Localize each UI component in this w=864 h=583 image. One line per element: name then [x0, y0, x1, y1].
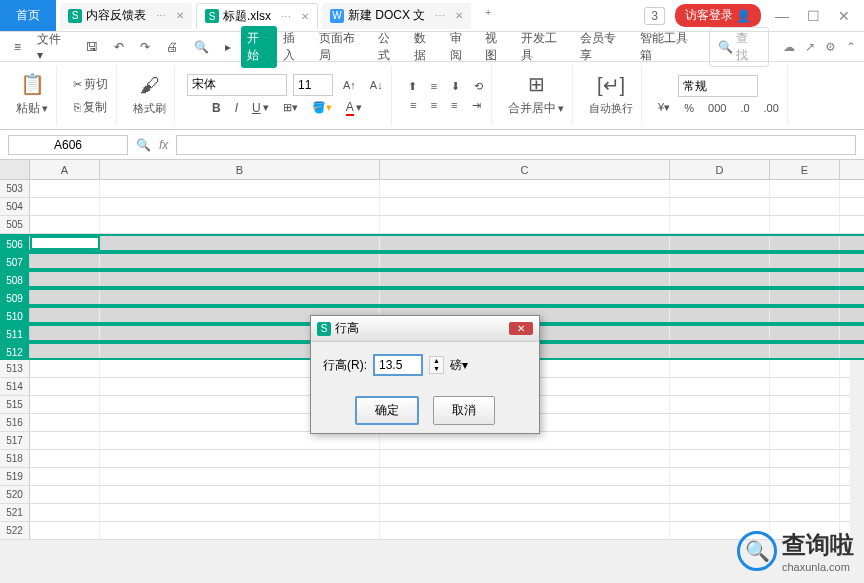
redo-icon[interactable]: ↷ — [134, 37, 156, 57]
cell[interactable] — [380, 180, 670, 197]
ribbon-toggle-icon[interactable]: ▸ — [219, 37, 237, 57]
cell[interactable] — [380, 486, 670, 503]
tab-options-icon[interactable]: ⋯ — [435, 10, 445, 21]
settings-icon[interactable]: ⚙ — [825, 40, 836, 54]
currency-icon[interactable]: ¥▾ — [654, 99, 674, 116]
paste-icon[interactable]: 📋 — [20, 72, 45, 96]
indent-icon[interactable]: ⇥ — [468, 97, 485, 114]
cell[interactable] — [30, 432, 100, 449]
underline-button[interactable]: U▾ — [248, 99, 273, 117]
cell[interactable] — [670, 290, 770, 304]
cell[interactable] — [670, 180, 770, 197]
cell[interactable] — [30, 254, 100, 268]
align-center-icon[interactable]: ≡ — [427, 97, 441, 113]
save-icon[interactable]: 🖫 — [80, 37, 104, 57]
ribbon-tab[interactable]: 审阅 — [444, 26, 480, 68]
cell[interactable] — [380, 468, 670, 485]
italic-button[interactable]: I — [231, 99, 242, 117]
ribbon-tab[interactable]: 插入 — [277, 26, 313, 68]
cell[interactable] — [380, 198, 670, 215]
decrease-font-icon[interactable]: A↓ — [366, 77, 387, 93]
cell[interactable] — [100, 272, 380, 286]
table-row[interactable]: 509 — [0, 288, 864, 306]
ribbon-tab[interactable]: 公式 — [372, 26, 408, 68]
border-button[interactable]: ⊞▾ — [279, 99, 302, 116]
preview-icon[interactable]: 🔍 — [188, 37, 215, 57]
row-header[interactable]: 511 — [0, 326, 30, 340]
row-header[interactable]: 518 — [0, 450, 30, 467]
cell[interactable] — [100, 450, 380, 467]
ribbon-tab[interactable]: 页面布局 — [313, 26, 372, 68]
cell[interactable] — [100, 254, 380, 268]
format-painter-icon[interactable]: 🖌 — [140, 74, 160, 97]
undo-icon[interactable]: ↶ — [108, 37, 130, 57]
row-header[interactable]: 508 — [0, 272, 30, 286]
increase-font-icon[interactable]: A↑ — [339, 77, 360, 93]
align-middle-icon[interactable]: ≡ — [427, 78, 441, 94]
cell[interactable] — [30, 236, 100, 250]
cell[interactable] — [670, 468, 770, 485]
cell[interactable] — [380, 216, 670, 233]
table-row[interactable]: 506 — [0, 234, 864, 252]
cell[interactable] — [670, 396, 770, 413]
cell[interactable] — [30, 198, 100, 215]
column-header[interactable]: B — [100, 160, 380, 179]
bold-button[interactable]: B — [208, 99, 225, 117]
cell[interactable] — [770, 486, 840, 503]
cancel-button[interactable]: 取消 — [433, 396, 495, 425]
cell[interactable] — [380, 272, 670, 286]
print-icon[interactable]: 🖨 — [160, 37, 184, 57]
cell[interactable] — [770, 360, 840, 377]
row-header[interactable]: 504 — [0, 198, 30, 215]
cell[interactable] — [30, 326, 100, 340]
tab-close-icon[interactable]: ✕ — [176, 10, 184, 21]
cell[interactable] — [770, 290, 840, 304]
cell[interactable] — [30, 522, 100, 539]
cell[interactable] — [100, 180, 380, 197]
align-bottom-icon[interactable]: ⬇ — [447, 78, 464, 95]
document-tab[interactable]: S内容反馈表⋯✕ — [60, 3, 192, 29]
cell[interactable] — [100, 504, 380, 521]
cell[interactable] — [30, 468, 100, 485]
table-row[interactable]: 519 — [0, 468, 864, 486]
guest-login-button[interactable]: 访客登录👤 — [675, 4, 761, 27]
row-header[interactable]: 503 — [0, 180, 30, 197]
cell[interactable] — [770, 432, 840, 449]
search-box[interactable]: 🔍查找 — [709, 27, 769, 67]
align-top-icon[interactable]: ⬆ — [404, 78, 421, 95]
table-row[interactable]: 517 — [0, 432, 864, 450]
table-row[interactable]: 522 — [0, 522, 864, 540]
ribbon-tab[interactable]: 开发工具 — [515, 26, 574, 68]
maximize-button[interactable]: ☐ — [803, 6, 824, 26]
cell[interactable] — [30, 504, 100, 521]
cell[interactable] — [770, 344, 840, 358]
tab-close-icon[interactable]: ✕ — [455, 10, 463, 21]
cell[interactable] — [770, 396, 840, 413]
file-menu[interactable]: 文件 ▾ — [31, 28, 76, 65]
cell[interactable] — [770, 216, 840, 233]
cell[interactable] — [770, 308, 840, 322]
cell[interactable] — [100, 290, 380, 304]
cell[interactable] — [100, 468, 380, 485]
cell[interactable] — [380, 522, 670, 539]
row-header[interactable]: 520 — [0, 486, 30, 503]
cell[interactable] — [770, 254, 840, 268]
row-header[interactable]: 509 — [0, 290, 30, 304]
cell[interactable] — [100, 216, 380, 233]
cell[interactable] — [30, 216, 100, 233]
row-header[interactable]: 506 — [0, 236, 30, 250]
cell[interactable] — [30, 272, 100, 286]
cell[interactable] — [380, 450, 670, 467]
wrap-button[interactable]: 自动换行 — [585, 99, 637, 118]
cell[interactable] — [100, 432, 380, 449]
row-header[interactable]: 515 — [0, 396, 30, 413]
format-painter-button[interactable]: 格式刷 — [129, 99, 170, 118]
cell[interactable] — [380, 236, 670, 250]
cell[interactable] — [670, 504, 770, 521]
table-row[interactable]: 504 — [0, 198, 864, 216]
row-header[interactable]: 510 — [0, 308, 30, 322]
row-header[interactable]: 514 — [0, 378, 30, 395]
zoom-icon[interactable]: 🔍 — [136, 138, 151, 152]
copy-button[interactable]: ⎘ 复制 — [70, 97, 111, 118]
app-menu-icon[interactable]: ≡ — [8, 37, 27, 57]
